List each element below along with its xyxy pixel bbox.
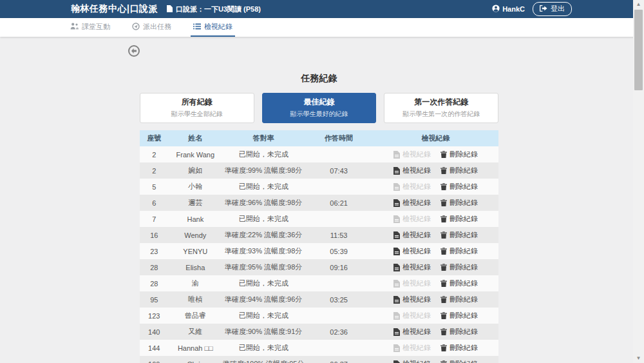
filter-subtitle: 顯示學生第一次的作答紀錄 [384,110,498,119]
tab-label: 檢視紀錄 [204,22,232,32]
view-record-button[interactable]: 檢視紀錄 [393,214,431,224]
document-icon [393,231,400,239]
result-cell: 準確度:100% 流暢度:95分 [222,356,305,363]
logout-button[interactable]: 登出 [533,2,572,16]
delete-record-button[interactable]: 刪除紀錄 [440,327,478,337]
delete-record-button[interactable]: 刪除紀錄 [440,230,478,240]
table-row: 95 唯楨 準確度:94% 流暢度:96分 03:25 檢視紀錄 [140,291,498,308]
view-record-button[interactable]: 檢視紀錄 [393,182,431,191]
delete-record-label: 刪除紀錄 [450,150,478,159]
seat-cell: 2 [140,162,169,179]
trash-icon [440,167,447,174]
column-header-result: 答對率 [222,130,305,146]
view-record-button[interactable]: 檢視紀錄 [393,359,431,363]
tab-dispatch-task[interactable]: 派出任務 [129,18,174,37]
user-menu[interactable]: HankC [492,5,525,14]
view-record-label: 檢視紀錄 [402,198,431,208]
delete-record-button[interactable]: 刪除紀錄 [440,343,478,353]
delete-record-button[interactable]: 刪除紀錄 [440,150,478,159]
column-header-actions: 檢視紀錄 [373,130,498,146]
view-record-button[interactable]: 檢視紀錄 [393,295,431,304]
document-icon [393,215,400,223]
delete-record-button[interactable]: 刪除紀錄 [440,295,478,304]
delete-record-label: 刪除紀錄 [450,359,478,363]
view-record-label: 檢視紀錄 [402,279,431,288]
delete-record-button[interactable]: 刪除紀錄 [440,246,478,256]
delete-record-button[interactable]: 刪除紀錄 [440,214,478,224]
view-record-button[interactable]: 檢視紀錄 [393,166,431,175]
name-cell: 婉如 [169,162,223,179]
table-row: 5 小翰 已開始，未完成 檢視紀錄 [140,179,498,195]
actions-cell: 檢視紀錄 刪除紀錄 [373,146,498,162]
arrow-left-icon [131,46,137,56]
time-cell: 03:25 [305,291,373,308]
actions-cell: 檢視紀錄 刪除紀錄 [373,179,498,195]
scroll-down-arrow[interactable]: ▼ [633,354,644,363]
delete-record-button[interactable]: 刪除紀錄 [440,359,478,363]
result-cell: 準確度:22% 流暢度:36分 [222,227,305,243]
delete-record-label: 刪除紀錄 [450,311,478,320]
table-header-row: 座號 姓名 答對率 作答時間 檢視紀錄 [140,130,498,146]
time-cell [305,211,373,227]
seat-cell: 95 [140,291,169,308]
delete-record-button[interactable]: 刪除紀錄 [440,182,478,191]
filter-best-records[interactable]: 最佳紀錄 顯示學生最好的紀錄 [262,93,377,123]
view-record-button[interactable]: 檢視紀錄 [393,311,431,320]
time-cell: 06:37 [305,356,373,363]
tab-view-records[interactable]: 檢視紀錄 [191,18,235,37]
tab-classroom-interaction[interactable]: 課堂互動 [68,18,113,37]
view-record-button[interactable]: 檢視紀錄 [393,246,431,256]
view-record-button[interactable]: 檢視紀錄 [393,230,431,240]
trash-icon [440,231,447,239]
filter-all-records[interactable]: 所有紀錄 顯示學生全部紀錄 [140,93,254,123]
view-record-label: 檢視紀錄 [402,182,431,191]
delete-record-label: 刪除紀錄 [450,327,478,337]
name-cell: 曾品睿 [169,308,223,324]
scrollbar[interactable]: ▲ ▼ [633,0,644,363]
name-cell: Hank [169,211,223,227]
filter-subtitle: 顯示學生最好的紀錄 [263,110,376,119]
document-icon [393,312,400,320]
view-record-button[interactable]: 檢視紀錄 [393,327,431,337]
view-record-button[interactable]: 檢視紀錄 [393,279,431,288]
time-cell [305,340,373,356]
view-record-button[interactable]: 檢視紀錄 [393,150,431,159]
delete-record-button[interactable]: 刪除紀錄 [440,262,478,272]
time-cell: 02:36 [305,324,373,340]
column-header-time: 作答時間 [305,130,373,146]
back-button[interactable] [128,45,140,57]
document-icon [167,5,173,14]
view-record-button[interactable]: 檢視紀錄 [393,198,431,208]
time-cell: 06:21 [305,195,373,211]
table-row: 28 Elisha 準確度:95% 流暢度:98分 09:16 檢視紀錄 [140,259,498,275]
actions-cell: 檢視紀錄 刪除紀錄 [373,324,498,340]
actions-cell: 檢視紀錄 刪除紀錄 [373,243,498,259]
trash-icon [440,199,447,206]
view-record-button[interactable]: 檢視紀錄 [393,343,431,353]
seat-cell: 160 [140,356,169,363]
scroll-up-arrow[interactable]: ▲ [633,0,644,9]
table-row: 2 婉如 準確度:99% 流暢度:98分 07:43 檢視紀錄 [140,162,498,179]
delete-record-button[interactable]: 刪除紀錄 [440,311,478,320]
dispatch-icon [132,23,140,32]
delete-record-button[interactable]: 刪除紀錄 [440,279,478,288]
actions-cell: 檢視紀錄 刪除紀錄 [373,308,498,324]
view-record-label: 檢視紀錄 [402,166,431,175]
delete-record-label: 刪除紀錄 [450,166,478,175]
filter-subtitle: 顯示學生全部紀錄 [140,110,254,119]
filter-first-attempt-records[interactable]: 第一次作答紀錄 顯示學生第一次的作答紀錄 [384,93,498,123]
view-record-button[interactable]: 檢視紀錄 [393,262,431,272]
name-cell: Frank Wang [169,146,223,162]
name-cell: Chris [169,356,223,363]
delete-record-button[interactable]: 刪除紀錄 [440,198,478,208]
seat-cell: 28 [140,275,169,291]
delete-record-label: 刪除紀錄 [450,295,478,304]
document-icon [393,167,400,175]
main-content: 任務紀錄 所有紀錄 顯示學生全部紀錄 最佳紀錄 顯示學生最好的紀錄 第一次作答紀… [140,73,498,363]
actions-cell: 檢視紀錄 刪除紀錄 [373,227,498,243]
delete-record-button[interactable]: 刪除紀錄 [440,166,478,175]
document-icon [393,151,400,159]
name-cell: 小翰 [169,179,223,195]
document-icon [393,328,400,336]
scrollbar-thumb[interactable] [634,10,643,90]
